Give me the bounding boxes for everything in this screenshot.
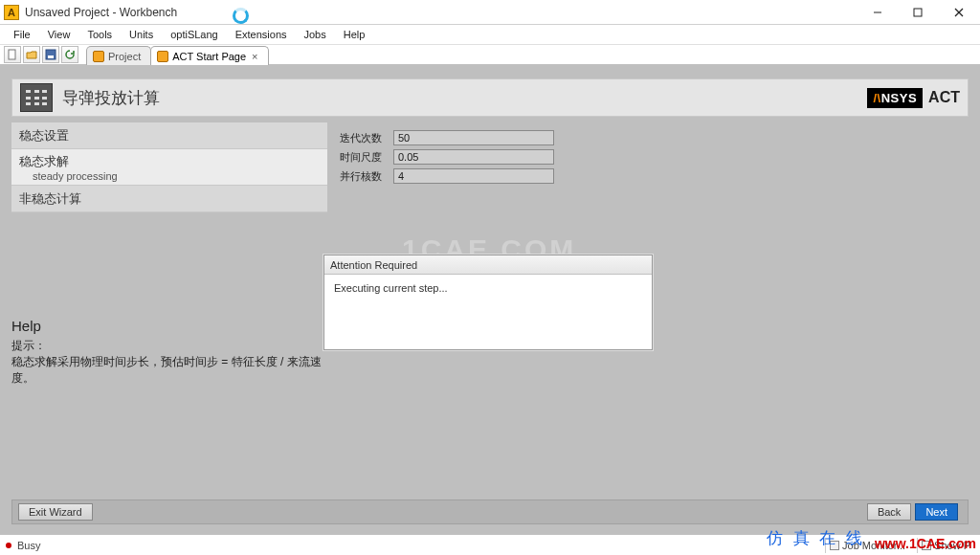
main-canvas: 1CAE.COM 导弹投放计算 /\NSYS ACT 稳态设置 稳态求解 ste… bbox=[0, 65, 980, 534]
tab-act-start[interactable]: ACT Start Page × bbox=[150, 46, 268, 65]
menu-optislang[interactable]: optiSLang bbox=[163, 27, 226, 42]
act-label: ACT bbox=[928, 89, 960, 106]
tab-close-icon[interactable]: × bbox=[252, 51, 257, 62]
svg-rect-6 bbox=[48, 56, 54, 58]
wizard-header: 导弹投放计算 /\NSYS ACT bbox=[11, 78, 969, 117]
sidebar-item-steady-settings[interactable]: 稳态设置 bbox=[11, 122, 327, 149]
help-line: 稳态求解采用物理时间步长，预估时间步 = 特征长度 / 来流速度。 bbox=[11, 354, 323, 387]
iterations-input[interactable]: 50 bbox=[393, 130, 554, 145]
help-line: 提示： bbox=[11, 338, 323, 354]
time-scale-label: 时间尺度 bbox=[340, 150, 393, 165]
exit-wizard-button[interactable]: Exit Wizard bbox=[18, 503, 93, 521]
wizard-sidebar: 稳态设置 稳态求解 steady processing 非稳态计算 bbox=[11, 122, 327, 212]
menu-units[interactable]: Units bbox=[122, 27, 161, 42]
toolbar: Project ACT Start Page × bbox=[0, 44, 980, 65]
watermark-cn: 仿 真 在 线 bbox=[767, 527, 865, 549]
ansys-logo: /\NSYS bbox=[867, 88, 923, 108]
status-text: Busy bbox=[17, 540, 40, 551]
project-tab-icon bbox=[93, 51, 104, 62]
menu-jobs[interactable]: Jobs bbox=[297, 27, 334, 42]
toolbar-new-icon[interactable] bbox=[4, 46, 21, 63]
sidebar-item-sublabel: steady processing bbox=[19, 170, 118, 182]
act-tab-icon bbox=[157, 51, 168, 62]
menu-file[interactable]: File bbox=[6, 27, 38, 42]
dialog-body: Executing current step... bbox=[324, 275, 652, 301]
maximize-button[interactable] bbox=[898, 0, 938, 24]
sidebar-item-label: 稳态求解 bbox=[19, 153, 69, 170]
svg-rect-1 bbox=[914, 9, 922, 16]
app-icon: A bbox=[4, 5, 19, 20]
toolbar-open-icon[interactable] bbox=[23, 46, 40, 63]
sidebar-item-unsteady[interactable]: 非稳态计算 bbox=[11, 186, 327, 212]
busy-cursor-icon bbox=[233, 8, 249, 24]
help-heading: Help bbox=[11, 318, 323, 334]
sidebar-item-label: 稳态设置 bbox=[19, 127, 69, 144]
menu-extensions[interactable]: Extensions bbox=[228, 27, 295, 42]
toolbar-save-icon[interactable] bbox=[42, 46, 59, 63]
help-panel: Help 提示： 稳态求解采用物理时间步长，预估时间步 = 特征长度 / 来流速… bbox=[11, 318, 323, 386]
window-title: Unsaved Project - Workbench bbox=[25, 6, 177, 19]
time-scale-input[interactable]: 0.05 bbox=[393, 149, 554, 165]
toolbar-refresh-icon[interactable] bbox=[61, 46, 78, 63]
window-titlebar: A Unsaved Project - Workbench bbox=[0, 0, 980, 25]
next-button[interactable]: Next bbox=[915, 503, 958, 521]
wizard-title: 导弹投放计算 bbox=[62, 87, 160, 109]
parallel-input[interactable]: 4 bbox=[393, 168, 554, 184]
busy-indicator-icon bbox=[6, 543, 11, 548]
wizard-button-bar: Exit Wizard Back Next bbox=[11, 500, 969, 524]
menu-view[interactable]: View bbox=[40, 27, 78, 42]
back-button[interactable]: Back bbox=[867, 503, 911, 521]
close-button[interactable] bbox=[938, 0, 980, 24]
sidebar-item-label: 非稳态计算 bbox=[19, 190, 81, 208]
settings-form: 迭代次数 50 时间尺度 0.05 并行核数 4 bbox=[340, 128, 554, 186]
dialog-title: Attention Required bbox=[324, 255, 652, 275]
calculator-icon bbox=[20, 83, 53, 112]
iterations-label: 迭代次数 bbox=[340, 131, 393, 145]
attention-dialog: Attention Required Executing current ste… bbox=[323, 255, 653, 350]
minimize-button[interactable] bbox=[858, 0, 898, 24]
menu-tools[interactable]: Tools bbox=[79, 27, 120, 42]
sidebar-item-steady-solve[interactable]: 稳态求解 steady processing bbox=[11, 149, 327, 186]
svg-rect-4 bbox=[9, 50, 15, 59]
tab-act-start-label: ACT Start Page bbox=[172, 51, 246, 62]
watermark-url: www.1CAE.com bbox=[875, 536, 976, 551]
tab-project[interactable]: Project bbox=[86, 46, 151, 65]
parallel-label: 并行核数 bbox=[340, 169, 393, 184]
tab-project-label: Project bbox=[108, 51, 141, 62]
menu-help[interactable]: Help bbox=[336, 27, 373, 42]
menubar: File View Tools Units optiSLang Extensio… bbox=[0, 25, 980, 44]
